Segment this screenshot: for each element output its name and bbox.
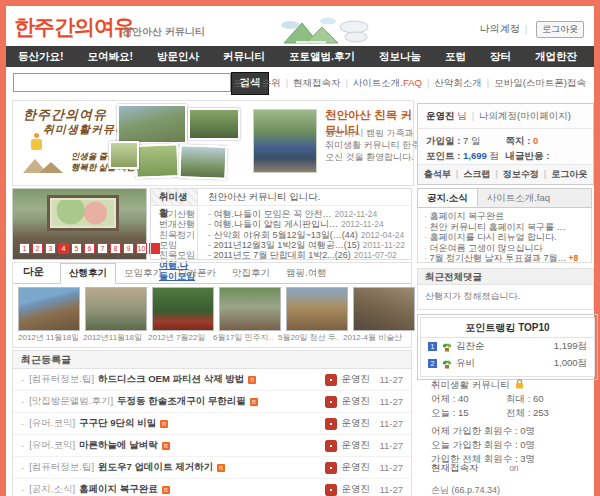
pager-1[interactable]: 1 [19, 243, 30, 254]
notice-item[interactable]: 7월 정기산행 날자 투표결과 7월…+8 [424, 253, 585, 264]
scrap-link[interactable]: 스크랩 [463, 169, 490, 179]
post-row[interactable]: [맛집방문앨범.후기] 두정동 한솔조개구이 무한리필 n 운영진11-27 [13, 391, 411, 413]
hobby-post[interactable]: 2011년도 7월 단합대회 1박2...(26)2011-07-02 [208, 250, 405, 260]
link-point-rank[interactable]: 포인트순위 [233, 77, 281, 88]
pager-2[interactable]: 2 [32, 243, 43, 254]
pager-6[interactable]: 6 [84, 243, 95, 254]
post-row[interactable]: [유머.코믹] 마른하늘에 날벼락 n 운영진11-27 [13, 435, 411, 457]
mypage-link[interactable]: 나의계정(마이페이지) [479, 110, 571, 121]
hobby-post[interactable]: 산악회 야유회 5월12일~13일(…(44)2012-04-24 [208, 230, 405, 240]
notice-item[interactable]: 홈페이지 복구완료 [424, 211, 585, 222]
nav-item-hiking[interactable]: 등산가요! [6, 50, 76, 64]
slideshow-pager: 1 2 3 4 5 6 7 8 9 10 [19, 243, 160, 254]
new-badge: n [248, 376, 256, 384]
link-online-users[interactable]: 현재접속자 [293, 77, 341, 88]
attendance-link[interactable]: 출석부 [424, 169, 451, 179]
welcome-banner: 한주간의여유 취미생활커뮤니티 인생을 즐길줄 아는 사람은 행복한 삶을 사는… [12, 100, 414, 186]
hobby-post[interactable]: 2011년12월3일 1박2일 여행공…(15)2011-11-22 [208, 240, 405, 250]
user-links: 출석부스크랩정보수정로그아웃 [418, 164, 593, 184]
nav-item-greeting[interactable]: 방문인사 [145, 50, 211, 64]
ranking-name[interactable]: 김찬순 [456, 340, 485, 353]
pager-3[interactable]: 3 [45, 243, 56, 254]
link-club-intro[interactable]: 산악회소개 [434, 77, 482, 88]
hobby-menu-meet[interactable]: 친목모임 [159, 250, 197, 260]
link-faq[interactable]: FAQ [403, 77, 422, 88]
recent-comment-item[interactable]: 산행지가 정해졌습니다. [418, 285, 593, 308]
my-account-link[interactable]: 나의계정 [480, 23, 520, 34]
photo-caption[interactable]: 5월20일 정선 두… [278, 332, 338, 343]
hobby-menu-flash-hike[interactable]: 번개산행 [159, 219, 197, 229]
hobby-menu-regular-meet[interactable]: 친목정기모임 [159, 230, 197, 251]
notice-item[interactable]: 더운여름 고생이 많으십니다 [424, 243, 585, 254]
online-guest[interactable]: 손님 (66.p.74.34) [431, 484, 600, 496]
photo-caption[interactable]: 6월17일 민주지… [213, 332, 273, 343]
tab-camping-travel[interactable]: 캠핑.여행 [278, 264, 335, 283]
rank-badge: 1 [428, 342, 437, 351]
tab-site-intro-faq[interactable]: 사이트소개.faq [478, 189, 559, 207]
ranking-name[interactable]: 유비 [456, 357, 475, 370]
pager-8[interactable]: 8 [110, 243, 121, 254]
avatar [325, 396, 337, 408]
hobby-menu-regular-hike[interactable]: 정기산행 [159, 209, 197, 219]
logout-link[interactable]: 로그아웃 [551, 169, 587, 179]
post-row[interactable]: [공지.소식] 홈페이지 복구완료 n 운영진11-27 [13, 479, 411, 496]
logout-button[interactable]: 로그아웃 [536, 21, 584, 38]
hobby-menu: 취미생활 정기산행 번개산행 친목정기모임 친목모임 여행.나들이모임 [151, 189, 198, 259]
new-badge: n [160, 420, 168, 428]
stat-yesterday: 40 [458, 393, 469, 404]
mountain-logo-icon [276, 15, 376, 45]
user-name-line: 운영진 님나의계정(마이페이지) [418, 104, 593, 129]
photo-caption[interactable]: 2012년11월18일 … [83, 332, 143, 343]
ranking-row[interactable]: 2 유비 1,000점 [421, 355, 594, 372]
photo-caption[interactable]: 2012년 11월18일… [18, 332, 78, 343]
memo-count[interactable]: 0 [533, 135, 538, 146]
link-mobile[interactable]: 모바일(스마트폰)접속 [494, 77, 586, 88]
tab-meet-review[interactable]: 모임후기 [116, 264, 170, 283]
photo-thumbnail[interactable] [353, 287, 415, 331]
post-row[interactable]: [컴퓨터정보.팁] 하드디스크 OEM 파티션 삭제 방법 n 운영진11-27 [13, 369, 411, 391]
photo-thumbnail[interactable] [286, 287, 348, 331]
post-row[interactable]: [유머.코믹] 구구단 9단의 비밀 n 운영진11-27 [13, 413, 411, 435]
pager-4-active[interactable]: 4 [58, 243, 69, 254]
notice-item[interactable]: 홈페이지를 다시 리뉴얼 합니다. [424, 232, 585, 243]
nav-item-photo-album[interactable]: 포토앨범.후기 [277, 50, 367, 64]
ranking-row[interactable]: 1 김찬순 1,199점 [421, 338, 594, 355]
hobby-post[interactable]: 여행.나들이 알림 게시판입니…2012-11-24 [208, 219, 405, 229]
nav-item-opening[interactable]: 개업한잔 [523, 50, 589, 64]
photo-thumbnail[interactable] [18, 287, 80, 331]
tab-camera[interactable]: 디카폰카 [170, 264, 224, 283]
pager-10[interactable]: 10 [136, 243, 147, 254]
pager-7[interactable]: 7 [97, 243, 108, 254]
pager-9[interactable]: 9 [123, 243, 134, 254]
photo-caption[interactable]: 2012-4월 비슬산 [343, 332, 403, 343]
photo-thumbnail[interactable] [219, 287, 281, 331]
photo-slideshow[interactable]: 1 2 3 4 5 6 7 8 9 10 [12, 188, 147, 260]
user-stats: 가입일 : 7 일 쪽지 : 0 포인트 : 1,699 점 내글반응 : [418, 129, 593, 163]
tab-hike-review[interactable]: 산행후기 [60, 263, 116, 284]
tab-food-review[interactable]: 맛집후기 [224, 264, 278, 283]
photo-caption[interactable]: 2012년 7월22일 … [148, 332, 208, 343]
nav-item-forum[interactable]: 포럼 [433, 50, 478, 64]
point-value[interactable]: 1,699 [463, 150, 487, 161]
nav-item-info-share[interactable]: 정보나눔 [367, 50, 433, 64]
link-site-intro[interactable]: 사이트소개. [353, 77, 403, 88]
post-row[interactable]: [컴퓨터정보.팁] 윈도우7 업데이트 제거하기 n 운영진11-27 [13, 457, 411, 479]
edit-info-link[interactable]: 정보수정 [503, 169, 539, 179]
nav-item-all-posts[interactable]: 전체글보기 [589, 50, 600, 64]
hobby-post[interactable]: 여행.나들이 모임은 꼭 안전…2012-11-24 [208, 209, 405, 219]
photo-thumbnail[interactable] [152, 287, 214, 331]
collage-photo [117, 104, 187, 144]
search-input[interactable] [13, 73, 231, 92]
stat-today: 15 [458, 407, 469, 418]
nav-item-community[interactable]: 커뮤니티 [211, 50, 277, 64]
site-logo[interactable]: 한주간의여유 [14, 13, 134, 41]
notice-item[interactable]: 천안 커뮤니티 홈페이지 복구를 … [424, 222, 585, 233]
photo-thumbnail[interactable] [85, 287, 147, 331]
pager-5[interactable]: 5 [71, 243, 82, 254]
tab-notice[interactable]: 공지.소식 [418, 189, 478, 207]
welcome-text: 오신 것을 환영합니다. [325, 151, 414, 163]
nav-item-market[interactable]: 장터 [478, 50, 523, 64]
photo-tabs-label[interactable]: 다운 [23, 265, 44, 279]
nav-item-gather[interactable]: 모여봐요! [76, 50, 146, 64]
point-ranking-panel: 포인트랭킹 TOP10 1 김찬순 1,199점 2 유비 1,000점 [417, 314, 598, 380]
